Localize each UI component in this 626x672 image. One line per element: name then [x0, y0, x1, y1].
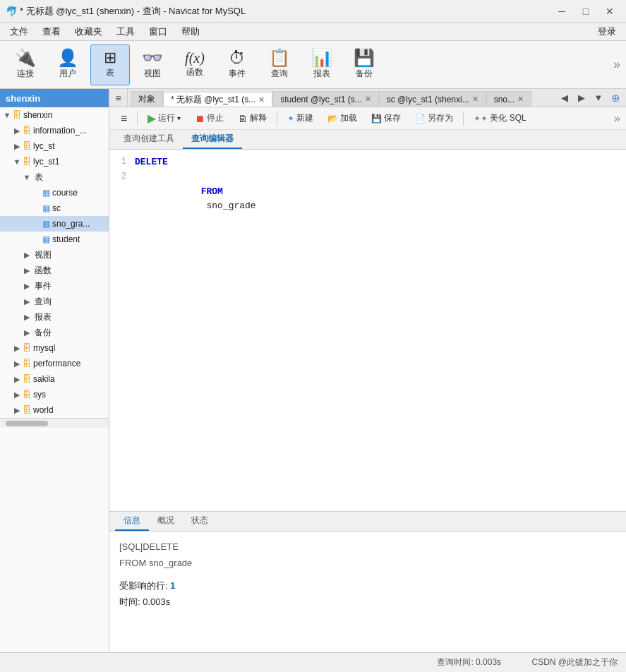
sidebar-item-information[interactable]: ▶ 🗄 information_... [0, 123, 109, 138]
bottom-tab-status[interactable]: 状态 [183, 512, 217, 531]
menu-tools[interactable]: 工具 [109, 23, 142, 40]
sidebar-item-sys_db[interactable]: ▶ 🗄 sys [0, 387, 109, 402]
sub-tab-query-editor[interactable]: 查询编辑器 [183, 130, 242, 149]
sidebar-item-tables_folder[interactable]: ▼ 表 [0, 169, 109, 185]
tab-close-icon[interactable]: ✕ [258, 95, 265, 104]
expand-icon[interactable]: ▶ [23, 297, 31, 306]
close-button[interactable]: ✕ [599, 4, 620, 19]
login-button[interactable]: 登录 [591, 23, 623, 40]
h-scrollbar[interactable] [6, 421, 48, 426]
toolbar-query[interactable]: 📋 查询 [260, 44, 299, 85]
tab-sno[interactable]: sno...✕ [486, 91, 531, 107]
sidebar-item-functions_folder[interactable]: ▶ 函数 [0, 263, 109, 278]
explain-button[interactable]: 🗎 解释 [232, 109, 272, 128]
toolbar-backup[interactable]: 💾 备份 [344, 44, 384, 85]
tab-add-icon[interactable]: ⊕ [608, 90, 623, 106]
toolbar-connect[interactable]: 🔌 连接 [6, 44, 45, 85]
sidebar-item-world_db[interactable]: ▶ 🗄 world [0, 402, 109, 418]
toolbar-more-icon[interactable]: » [613, 57, 620, 72]
query-label: 查询 [271, 68, 288, 80]
expand-icon[interactable]: ▶ [23, 328, 31, 337]
expand-icon[interactable]: ▶ [23, 266, 31, 275]
new-button[interactable]: ✦ 新建 [282, 109, 319, 128]
tab-student[interactable]: student @lyc_st1 (s...✕ [272, 91, 379, 107]
run-label: 运行 [158, 112, 175, 124]
expand-icon[interactable]: ▶ [13, 142, 21, 151]
expand-icon[interactable]: ▶ [23, 313, 31, 322]
sidebar-item-student[interactable]: ▦ student [0, 232, 109, 247]
save-icon: 💾 [371, 114, 382, 124]
sidebar-item-backups_folder[interactable]: ▶ 备份 [0, 325, 109, 340]
save-button[interactable]: 💾 保存 [366, 109, 407, 128]
tab-close-icon[interactable]: ✕ [517, 95, 524, 104]
expand-icon[interactable]: ▶ [13, 406, 21, 415]
load-button[interactable]: 📂 加载 [322, 109, 363, 128]
tab-scroll-left-icon[interactable]: ◀ [557, 90, 572, 106]
toolbar-view[interactable]: 👓 视图 [133, 44, 172, 85]
sub-tab-query-builder[interactable]: 查询创建工具 [115, 130, 183, 149]
tab-label: * 无标题 @lyc_st1 (s... [171, 94, 255, 106]
expand-icon[interactable]: ▶ [13, 390, 21, 400]
sidebar-item-sakila_db[interactable]: ▶ 🗄 sakila [0, 371, 109, 387]
expand-icon[interactable]: ▶ [13, 126, 21, 136]
line-code-2: FROM sno_grade [135, 170, 626, 229]
sidebar-item-lyc_st[interactable]: ▶ 🗄 lyc_st [0, 138, 109, 154]
main-toolbar: 🔌 连接 👤 用户 ⊞ 表 👓 视图 f(x) 函数 ⏱ 事件 📋 查询 📊 报… [0, 41, 626, 89]
run-button[interactable]: ▶ 运行 ▾ [142, 109, 186, 128]
sidebar-item-course[interactable]: ▦ course [0, 185, 109, 200]
code-editor[interactable]: 1 DELETE 2 FROM sno_grade [109, 150, 626, 511]
query-toolbar: ≡ ▶ 运行 ▾ ⏹ 停止 🗎 解释 ✦ [109, 107, 626, 130]
expand-icon[interactable]: ▶ [23, 282, 31, 291]
sidebar-item-lyc_st1[interactable]: ▼ 🗄 lyc_st1 [0, 154, 109, 169]
tab-close-icon[interactable]: ✕ [365, 95, 371, 104]
bottom-tab-overview[interactable]: 概况 [149, 512, 183, 531]
expand-icon[interactable]: ▶ [23, 251, 31, 260]
menu-window[interactable]: 窗口 [142, 23, 174, 40]
sidebar-item-sc[interactable]: ▦ sc [0, 200, 109, 216]
sidebar-item-events_folder[interactable]: ▶ 事件 [0, 278, 109, 294]
db-icon: 🗄 [23, 126, 31, 136]
tab-scroll-right-icon[interactable]: ▶ [574, 90, 589, 106]
sidebar-item-performance_db[interactable]: ▶ 🗄 performance [0, 356, 109, 371]
menu-file[interactable]: 文件 [3, 23, 35, 40]
menu-view[interactable]: 查看 [35, 23, 68, 40]
sidebar-item-views_folder[interactable]: ▶ 视图 [0, 247, 109, 263]
tab-sc[interactable]: sc @lyc_st1 (shenxi...✕ [379, 91, 486, 107]
toolbar-function[interactable]: f(x) 函数 [175, 44, 215, 85]
expand-icon[interactable]: ▼ [3, 111, 11, 119]
toolbar2-more-icon[interactable]: » [614, 112, 620, 125]
sidebar-item-queries_folder[interactable]: ▶ 查询 [0, 294, 109, 309]
toolbar-report[interactable]: 📊 报表 [302, 44, 342, 85]
save-as-button[interactable]: 📄 另存为 [409, 109, 459, 128]
tab-menu-icon[interactable]: ▼ [591, 90, 606, 106]
expand-icon[interactable]: ▶ [13, 359, 21, 368]
affected-rows-label: 受影响的行: [119, 580, 168, 591]
toolbar-table[interactable]: ⊞ 表 [90, 44, 130, 85]
expand-icon[interactable]: ▶ [13, 375, 21, 384]
sidebar-item-shenxin[interactable]: ▼ 🗄 shenxin [0, 107, 109, 123]
bottom-tab-info[interactable]: 信息 [115, 512, 149, 531]
tab-untitled[interactable]: * 无标题 @lyc_st1 (s...✕ [163, 92, 272, 107]
minimize-button[interactable]: ─ [551, 4, 572, 19]
menu-help[interactable]: 帮助 [174, 23, 207, 40]
expand-icon[interactable]: ▼ [13, 157, 21, 166]
toolbar-user[interactable]: 👤 用户 [48, 44, 88, 85]
tab-object[interactable]: 对象 [131, 91, 163, 107]
sidebar-item-sno_grade[interactable]: ▦ sno_gra... [0, 216, 109, 232]
function-icon: f(x) [185, 51, 205, 65]
save-as-label: 另存为 [428, 112, 453, 124]
sidebar-item-mysql_db[interactable]: ▶ 🗄 mysql [0, 340, 109, 356]
menu-icon-button[interactable]: ≡ [115, 109, 133, 128]
maximize-button[interactable]: □ [575, 4, 596, 19]
sidebar-item-reports_folder[interactable]: ▶ 报表 [0, 309, 109, 325]
expand-icon[interactable]: ▼ [23, 173, 31, 181]
menu-favorites[interactable]: 收藏夹 [68, 23, 109, 40]
sidebar-toggle[interactable]: ≡ [109, 89, 128, 107]
tree-item-label: world [33, 405, 54, 415]
tab-close-icon[interactable]: ✕ [472, 95, 478, 104]
sidebar: shenxin ▼ 🗄 shenxin ▶ 🗄 information_... … [0, 89, 109, 652]
toolbar-event[interactable]: ⏱ 事件 [217, 44, 257, 85]
beautify-button[interactable]: ✦✦ 美化 SQL [468, 109, 531, 128]
expand-icon[interactable]: ▶ [13, 344, 21, 353]
stop-button[interactable]: ⏹ 停止 [189, 109, 229, 128]
